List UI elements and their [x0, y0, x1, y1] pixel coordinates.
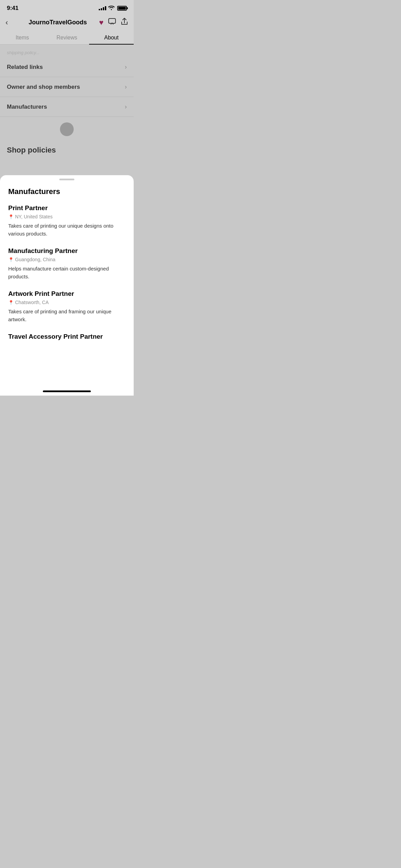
status-icons — [99, 5, 127, 11]
location-pin-icon: 📍 — [8, 257, 14, 262]
truncated-text: shipping policy... — [0, 47, 134, 57]
tabs: Items Reviews About — [0, 31, 134, 45]
manufacturer-name: Artwork Print Partner — [8, 290, 125, 298]
manufacturer-location: 📍 Guangdong, China — [8, 257, 125, 262]
shop-title: JournoTravelGoods — [16, 19, 99, 26]
bottom-sheet: Manufacturers Print Partner 📍 NY, United… — [0, 175, 134, 388]
manufacturer-name: Print Partner — [8, 204, 125, 212]
sheet-handle — [59, 179, 74, 180]
manufacturer-location: 📍 NY, United States — [8, 214, 125, 219]
battery-icon — [117, 6, 127, 11]
chat-icon[interactable] — [108, 18, 116, 27]
manufacturer-item: Print Partner 📍 NY, United States Takes … — [8, 204, 125, 238]
manufacturer-item: Travel Accessory Print Partner — [8, 333, 125, 340]
home-bar — [43, 390, 91, 392]
back-button[interactable]: ‹ — [5, 18, 16, 27]
manufacturer-description: Takes care of printing and framing our u… — [8, 308, 125, 323]
manufacturers-item[interactable]: Manufacturers › — [0, 97, 134, 117]
signal-bars-icon — [99, 6, 106, 10]
scroll-dot — [60, 122, 74, 136]
related-links-item[interactable]: Related links › — [0, 57, 134, 77]
manufacturer-item: Manufacturing Partner 📍 Guangdong, China… — [8, 247, 125, 280]
home-indicator — [0, 388, 134, 396]
wifi-icon — [108, 5, 114, 11]
location-pin-icon: 📍 — [8, 214, 14, 219]
share-icon[interactable] — [121, 18, 128, 27]
location-pin-icon: 📍 — [8, 300, 14, 305]
background-content: shipping policy... Related links › Owner… — [0, 45, 134, 175]
manufacturer-name: Manufacturing Partner — [8, 247, 125, 255]
status-time: 9:41 — [7, 5, 19, 12]
chevron-right-icon: › — [125, 83, 127, 91]
shop-policies-section: Shop policies — [0, 137, 134, 168]
chevron-right-icon: › — [125, 63, 127, 71]
favorite-icon[interactable]: ♥ — [99, 18, 104, 27]
owner-members-item[interactable]: Owner and shop members › — [0, 77, 134, 97]
tab-items[interactable]: Items — [0, 31, 45, 44]
manufacturer-location: 📍 Chatsworth, CA — [8, 300, 125, 305]
header-actions: ♥ — [99, 18, 128, 27]
sheet-title: Manufacturers — [8, 187, 125, 196]
manufacturer-description: Takes care of printing our unique design… — [8, 222, 125, 238]
manufacturer-item: Artwork Print Partner 📍 Chatsworth, CA T… — [8, 290, 125, 323]
manufacturer-name: Travel Accessory Print Partner — [8, 333, 125, 340]
chevron-right-icon: › — [125, 103, 127, 110]
header: ‹ JournoTravelGoods ♥ — [0, 14, 134, 31]
tab-about[interactable]: About — [89, 31, 134, 44]
manufacturer-description: Helps manufacture certain custom-designe… — [8, 265, 125, 280]
tab-reviews[interactable]: Reviews — [45, 31, 89, 44]
status-bar: 9:41 — [0, 0, 134, 14]
